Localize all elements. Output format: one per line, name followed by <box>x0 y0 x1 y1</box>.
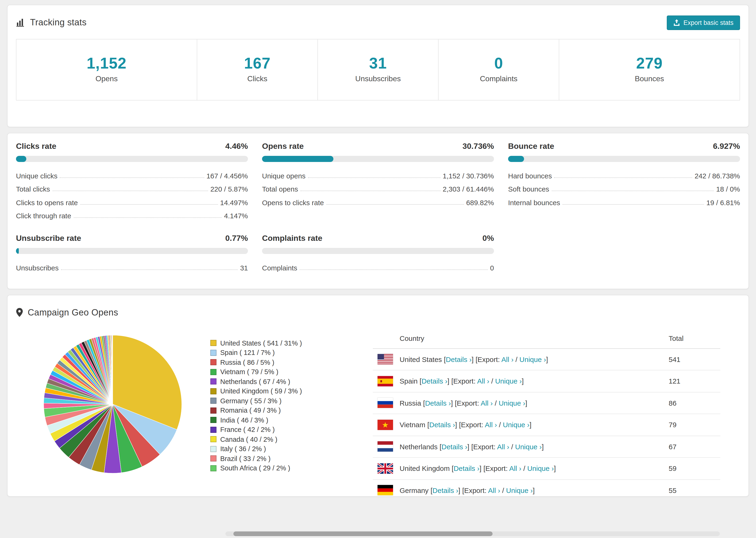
rate-row-label: Internal bounces <box>508 198 560 206</box>
export-unique-link[interactable]: Unique › <box>503 421 529 429</box>
export-all-link[interactable]: All › <box>509 464 521 472</box>
legend-label: Canada ( 40 / 2% ) <box>220 436 277 443</box>
bracket-open: [ <box>427 421 429 429</box>
rate-progress-track <box>262 248 494 254</box>
rate-title: Bounce rate <box>508 142 554 151</box>
dotted-leader <box>554 177 692 178</box>
rate-panel: Complaints rate 0% Complaints 0 <box>262 234 494 272</box>
details-link[interactable]: Details › <box>454 464 479 472</box>
export-unique-link[interactable]: Unique › <box>495 377 522 385</box>
rate-value: 6.927% <box>713 142 740 151</box>
rate-row: Clicks to opens rate 14.497% <box>16 193 248 206</box>
legend-swatch <box>210 417 216 423</box>
export-prefix: [Export: <box>483 464 509 472</box>
dotted-leader <box>326 204 464 204</box>
export-all-link[interactable]: All › <box>477 377 489 385</box>
rate-row: Complaints 0 <box>262 258 494 272</box>
country-flag-icon <box>378 442 393 452</box>
legend-item: France ( 42 / 2% ) <box>210 425 328 435</box>
legend-item: India ( 46 / 3% ) <box>210 415 328 425</box>
rate-row-value: 2,303 / 61.446% <box>443 185 494 193</box>
country-flag-icon <box>378 354 393 364</box>
rate-rows: Unique clicks 167 / 4.456% Total clicks … <box>16 166 248 220</box>
rate-progress-fill <box>16 156 26 162</box>
legend-swatch <box>210 446 216 452</box>
bracket-close: ] <box>458 486 462 494</box>
tracking-stats-card: Tracking stats Export basic stats 1,152 … <box>7 5 749 127</box>
rate-panel: Bounce rate 6.927% Hard bounces 242 / 86… <box>508 142 740 220</box>
table-row: Vietnam [Details ›] [Export: All › / Uni… <box>373 414 720 436</box>
stat-value: 0 <box>439 54 559 72</box>
stat-card: 0 Complaints <box>439 39 559 100</box>
horizontal-scrollbar-track[interactable] <box>225 531 720 536</box>
rate-row: Soft bounces 18 / 0% <box>508 180 740 193</box>
rate-row: Unique clicks 167 / 4.456% <box>16 166 248 180</box>
export-unique-link[interactable]: Unique › <box>519 355 546 363</box>
rate-row-value: 0 <box>490 264 494 272</box>
geo-opens-title: Campaign Geo Opens <box>28 307 118 318</box>
rate-title: Complaints rate <box>262 234 322 243</box>
country-total: 86 <box>669 399 720 407</box>
export-all-link[interactable]: All › <box>481 399 493 407</box>
legend-item: Netherlands ( 67 / 4% ) <box>210 377 328 386</box>
rate-title-row: Complaints rate 0% <box>262 234 494 243</box>
legend-swatch <box>210 407 216 413</box>
country-total: 541 <box>669 355 720 363</box>
details-link[interactable]: Details › <box>446 355 472 363</box>
dotted-leader <box>308 177 440 178</box>
export-all-link[interactable]: All › <box>488 486 500 494</box>
export-all-link[interactable]: All › <box>497 443 509 451</box>
country-total: 121 <box>669 377 720 385</box>
country-flag-icon <box>378 420 393 430</box>
details-link[interactable]: Details › <box>441 443 467 451</box>
export-unique-link[interactable]: Unique › <box>527 464 554 472</box>
rate-row: Hard bounces 242 / 86.738% <box>508 166 740 180</box>
geo-table-header: Country Total <box>373 328 720 349</box>
export-unique-link[interactable]: Unique › <box>515 443 542 451</box>
bracket-close-2: ] <box>542 443 544 451</box>
rate-row-label: Clicks to opens rate <box>16 198 78 206</box>
rate-row: Unique opens 1,152 / 30.736% <box>262 166 494 180</box>
details-link[interactable]: Details › <box>429 421 455 429</box>
legend-item: Spain ( 121 / 7% ) <box>210 348 328 357</box>
rate-row-label: Total clicks <box>16 185 50 193</box>
export-unique-link[interactable]: Unique › <box>506 486 533 494</box>
country-cell: United Kingdom [Details ›] [Export: All … <box>400 464 669 472</box>
legend-swatch <box>210 388 216 394</box>
total-column-header: Total <box>669 334 720 342</box>
rate-row-value: 19 / 6.81% <box>706 198 740 206</box>
rate-progress-track <box>262 156 494 162</box>
details-link[interactable]: Details › <box>421 377 447 385</box>
horizontal-scrollbar-thumb[interactable] <box>233 531 493 536</box>
rate-value: 0.77% <box>225 234 248 243</box>
geo-opens-header: Campaign Geo Opens <box>16 301 740 323</box>
dotted-leader <box>60 177 204 178</box>
table-row: Germany [Details ›] [Export: All › / Uni… <box>373 480 720 497</box>
legend-swatch <box>210 359 216 365</box>
legend-swatch <box>210 350 216 356</box>
export-prefix: [Export: <box>451 377 477 385</box>
export-slash: / <box>521 464 527 472</box>
country-name: Russia <box>400 399 423 407</box>
export-basic-stats-button[interactable]: Export basic stats <box>667 15 740 30</box>
country-cell: Russia [Details ›] [Export: All › / Uniq… <box>400 399 669 407</box>
legend-label: Brazil ( 33 / 2% ) <box>220 455 270 462</box>
rate-row-value: 14.497% <box>220 198 248 206</box>
geo-content: United States ( 541 / 31% ) Spain ( 121 … <box>16 328 740 497</box>
export-prefix: [Export: <box>476 355 502 363</box>
export-unique-link[interactable]: Unique › <box>499 399 525 407</box>
bracket-close: ] <box>472 355 476 363</box>
legend-label: South Africa ( 29 / 2% ) <box>220 464 290 472</box>
details-link[interactable]: Details › <box>425 399 451 407</box>
export-all-link[interactable]: All › <box>485 421 497 429</box>
rates-card: Clicks rate 4.46% Unique clicks 167 / 4.… <box>7 133 749 289</box>
rate-row-label: Click through rate <box>16 212 71 220</box>
dotted-leader <box>300 190 440 191</box>
export-all-link[interactable]: All › <box>502 355 514 363</box>
export-slash: / <box>500 486 506 494</box>
rate-row-value: 1,152 / 30.736% <box>443 172 494 180</box>
export-slash: / <box>509 443 515 451</box>
country-column-header: Country <box>373 334 669 342</box>
details-link[interactable]: Details › <box>432 486 458 494</box>
rate-progress-fill <box>508 156 524 162</box>
